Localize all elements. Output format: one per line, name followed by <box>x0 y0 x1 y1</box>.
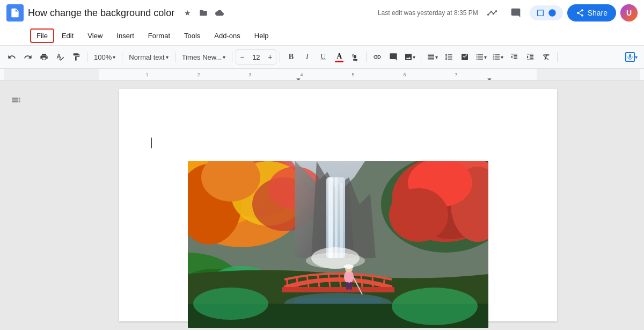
svg-rect-39 <box>282 287 394 292</box>
folder-button[interactable] <box>197 6 210 19</box>
font-size-value[interactable]: 12 <box>248 53 264 61</box>
separator-2 <box>122 52 122 62</box>
svg-line-48 <box>372 277 373 287</box>
svg-point-58 <box>193 288 268 320</box>
svg-line-47 <box>361 276 362 287</box>
cloud-button[interactable] <box>213 6 226 19</box>
title-icons: ★ <box>181 6 226 19</box>
ruler: 1 2 3 4 5 6 7 <box>0 69 644 81</box>
menu-tools[interactable]: Tools <box>178 28 207 43</box>
toolbar: 100% ▾ Normal text ▾ Times New... ▾ − 12… <box>0 45 644 69</box>
svg-rect-33 <box>340 183 343 258</box>
svg-text:6: 6 <box>403 72 406 77</box>
paintformat-button[interactable] <box>69 49 84 64</box>
doc-page[interactable] <box>119 89 557 321</box>
numberedlist-button[interactable]: ▾ <box>490 49 506 64</box>
clearformatting-button[interactable] <box>539 49 554 64</box>
svg-rect-1 <box>13 15 17 15</box>
redo-button[interactable] <box>20 49 35 64</box>
outdent-button[interactable] <box>507 49 522 64</box>
checkboxlist-button[interactable] <box>457 49 472 64</box>
svg-rect-53 <box>346 282 349 290</box>
voice-button[interactable]: ▾ <box>623 49 640 64</box>
svg-text:1: 1 <box>145 72 148 77</box>
svg-point-52 <box>344 264 354 269</box>
svg-point-59 <box>392 288 478 325</box>
menu-insert[interactable]: Insert <box>110 28 141 43</box>
italic-button[interactable]: I <box>299 49 314 64</box>
undo-button[interactable] <box>4 49 19 64</box>
font-size-decrease[interactable]: − <box>236 49 248 64</box>
comments-button[interactable] <box>506 3 525 23</box>
svg-point-21 <box>389 188 448 242</box>
svg-text:3: 3 <box>248 72 251 77</box>
svg-rect-0 <box>13 13 17 14</box>
doc-canvas[interactable] <box>32 81 644 330</box>
menu-file[interactable]: File <box>30 28 54 43</box>
svg-text:7: 7 <box>455 72 457 77</box>
menu-addons[interactable]: Add-ons <box>208 28 246 43</box>
indent-button[interactable] <box>523 49 538 64</box>
top-right-tools: Share U <box>482 3 638 23</box>
svg-rect-5 <box>537 69 640 81</box>
share-button[interactable]: Share <box>567 4 616 21</box>
present-button[interactable] <box>530 5 563 20</box>
comment-button[interactable] <box>386 49 401 64</box>
separator-4 <box>232 52 232 62</box>
image-button[interactable]: ▾ <box>402 49 418 64</box>
zoom-dropdown[interactable]: 100% ▾ <box>91 49 119 64</box>
svg-rect-32 <box>335 177 338 258</box>
menu-bar: File Edit View Insert Format Tools Add-o… <box>0 26 644 45</box>
spellcheck-button[interactable] <box>53 49 68 64</box>
doc-image[interactable] <box>188 161 488 328</box>
share-label: Share <box>588 9 608 17</box>
menu-help[interactable]: Help <box>248 28 275 43</box>
menu-edit[interactable]: Edit <box>55 28 80 43</box>
text-color-button[interactable]: A <box>332 49 347 64</box>
bold-button[interactable]: B <box>283 49 298 64</box>
svg-text:5: 5 <box>352 72 354 77</box>
separator-7 <box>421 52 421 62</box>
font-size-increase[interactable]: + <box>264 49 276 64</box>
separator-1 <box>87 52 87 62</box>
style-dropdown[interactable]: Normal text ▾ <box>126 49 171 64</box>
analytics-button[interactable] <box>482 3 502 23</box>
linespacing-button[interactable] <box>441 49 456 64</box>
svg-line-41 <box>297 277 298 287</box>
doc-area <box>0 81 644 330</box>
svg-rect-54 <box>349 282 352 290</box>
separator-6 <box>366 52 367 62</box>
font-size-control: − 12 + <box>236 49 276 64</box>
menu-format[interactable]: Format <box>142 28 177 43</box>
top-bar: How change the background color ★ Last e… <box>0 0 644 26</box>
bulletlist-button[interactable]: ▾ <box>473 49 489 64</box>
app-icon[interactable] <box>6 4 24 21</box>
svg-text:4: 4 <box>300 72 303 77</box>
svg-line-49 <box>384 279 384 287</box>
separator-5 <box>280 52 280 62</box>
print-button[interactable] <box>36 49 52 64</box>
left-sidebar <box>0 81 32 330</box>
font-dropdown[interactable]: Times New... ▾ <box>179 49 229 64</box>
svg-point-35 <box>306 253 365 269</box>
separator-3 <box>175 52 175 62</box>
menu-view[interactable]: View <box>81 28 109 43</box>
underline-button[interactable]: U <box>316 49 331 64</box>
svg-rect-2 <box>539 10 541 10</box>
text-cursor <box>151 138 152 148</box>
last-edit-text: Last edit was yesterday at 8:35 PM <box>378 9 478 17</box>
avatar[interactable]: U <box>620 4 638 21</box>
outline-button[interactable] <box>8 91 25 109</box>
highlight-button[interactable] <box>348 49 363 64</box>
svg-rect-31 <box>328 177 333 258</box>
doc-title[interactable]: How change the background color <box>28 8 174 19</box>
svg-rect-4 <box>4 69 99 81</box>
star-button[interactable]: ★ <box>181 6 194 19</box>
svg-text:2: 2 <box>197 72 200 77</box>
separator-8 <box>557 52 558 62</box>
align-button[interactable]: ▾ <box>425 49 440 64</box>
link-button[interactable] <box>370 49 385 64</box>
